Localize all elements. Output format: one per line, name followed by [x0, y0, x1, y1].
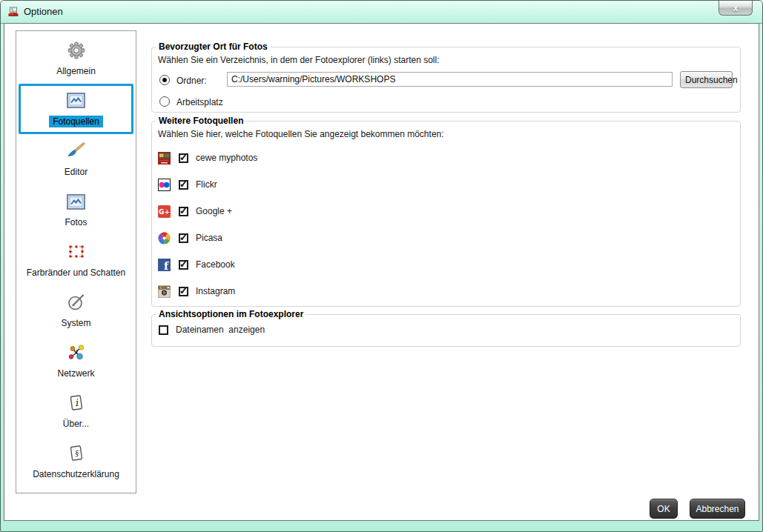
browse-button[interactable]: Durchsuchen: [680, 71, 733, 88]
workspace-radio[interactable]: [159, 96, 170, 107]
source-label: Facebook: [196, 259, 235, 270]
source-checkbox[interactable]: ✓: [179, 180, 188, 190]
group-view-options: Ansichtsoptionen im Fotoexplorer ✓ Datei…: [151, 314, 741, 347]
folder-radio[interactable]: [159, 75, 170, 85]
photo-icon: [67, 192, 85, 211]
source-label: Picasa: [196, 233, 222, 243]
instagram-icon: [158, 285, 171, 298]
about-page-icon: i: [67, 393, 86, 413]
cancel-button[interactable]: Abbrechen: [690, 499, 745, 519]
source-row: G+ ✓ Google +: [158, 198, 232, 225]
source-row: f ✓ Facebook: [158, 251, 235, 278]
sidebar-item-label: Farbränder und Schatten: [27, 267, 125, 278]
source-row: ✓ Picasa: [158, 225, 222, 251]
source-checkbox[interactable]: ✓: [179, 260, 188, 270]
gauge-pen-icon: [67, 293, 86, 312]
cewe-myphotos-icon: [158, 152, 171, 164]
gear-icon: [67, 41, 86, 60]
source-row: ✓ Instagram: [158, 278, 235, 305]
titlebar: Optionen x: [1, 1, 762, 24]
border-shadow-icon: [67, 242, 86, 262]
source-label: cewe myphotos: [196, 153, 257, 163]
sidebar-item-label: Netzwerk: [57, 368, 94, 379]
sidebar-item-label: Über...: [63, 419, 89, 429]
options-window: Optionen x Allgemein Fotoquellen Editor …: [0, 0, 763, 532]
filenames-checkbox-label: Dateinamen anzeigen: [176, 325, 265, 335]
window-title: Optionen: [24, 6, 63, 17]
group-photo-sources: Weitere Fotoquellen Wählen Sie hier, wel…: [151, 121, 741, 307]
source-row: ✓ Flickr: [158, 171, 217, 198]
group-title: Bevorzugter Ort für Fotos: [156, 41, 271, 52]
source-label: Google +: [196, 206, 232, 216]
sidebar-item-farbr-nder-und-schatten[interactable]: Farbränder und Schatten: [16, 235, 136, 285]
folder-radio-label: Ordner:: [176, 76, 207, 86]
source-label: Flickr: [196, 179, 217, 190]
svg-text:f: f: [164, 259, 169, 271]
flickr-icon: [158, 179, 171, 191]
facebook-icon: f: [158, 259, 171, 271]
sidebar-item-label: Fotos: [65, 217, 87, 227]
sidebar-item-label: Fotoquellen: [49, 116, 103, 127]
source-checkbox[interactable]: ✓: [179, 207, 188, 216]
sidebar-item-system[interactable]: System: [16, 285, 136, 336]
sidebar-item-ber[interactable]: i Über...: [16, 386, 136, 436]
paintbrush-icon: [66, 142, 87, 161]
sidebar-item-fotos[interactable]: Fotos: [16, 184, 136, 235]
group-description: Wählen Sie hier, welche Fotoquellen Sie …: [158, 129, 444, 139]
group-preferred-location: Bevorzugter Ort für Fotos Wählen Sie ein…: [151, 47, 741, 113]
sidebar-item-label: Editor: [65, 167, 87, 177]
filenames-checkbox[interactable]: ✓: [159, 325, 168, 335]
dialog-body: Allgemein Fotoquellen Editor Fotos Farbr…: [4, 23, 759, 521]
picasa-icon: [158, 232, 171, 245]
folder-path-input[interactable]: [227, 72, 673, 87]
group-title: Weitere Fotoquellen: [156, 116, 246, 126]
sidebar-item-datenschutzerkl-rung[interactable]: § Datenschutzerklärung: [16, 436, 136, 487]
sidebar-item-allgemein[interactable]: Allgemein: [16, 33, 136, 84]
sidebar-item-fotoquellen[interactable]: Fotoquellen: [19, 84, 133, 134]
close-button[interactable]: x: [719, 1, 753, 16]
svg-text:G+: G+: [159, 208, 170, 216]
app-logo-icon: [7, 6, 19, 18]
group-description: Wählen Sie ein Verzeichnis, in dem der F…: [158, 55, 440, 65]
sidebar: Allgemein Fotoquellen Editor Fotos Farbr…: [16, 30, 136, 493]
sidebar-item-editor[interactable]: Editor: [16, 134, 136, 184]
source-row: ✓ cewe myphotos: [158, 144, 257, 171]
source-checkbox[interactable]: ✓: [179, 233, 188, 243]
paragraph-page-icon: §: [67, 444, 86, 463]
photo-icon: [67, 90, 85, 110]
group-title: Ansichtsoptionen im Fotoexplorer: [156, 309, 306, 319]
sidebar-item-label: Datenschutzerklärung: [33, 469, 119, 479]
network-nodes-icon: [67, 343, 86, 362]
ok-button[interactable]: OK: [650, 499, 678, 519]
google-plus-icon: G+: [158, 205, 171, 218]
sidebar-item-label: Allgemein: [56, 66, 96, 76]
sidebar-item-netzwerk[interactable]: Netzwerk: [16, 336, 136, 386]
sidebar-item-label: System: [61, 318, 90, 328]
filenames-option-row: ✓ Dateinamen anzeigen: [159, 325, 265, 335]
source-label: Instagram: [196, 286, 235, 296]
source-checkbox[interactable]: ✓: [179, 153, 188, 163]
source-checkbox[interactable]: ✓: [179, 287, 188, 296]
workspace-radio-label: Arbeitsplatz: [176, 97, 223, 107]
